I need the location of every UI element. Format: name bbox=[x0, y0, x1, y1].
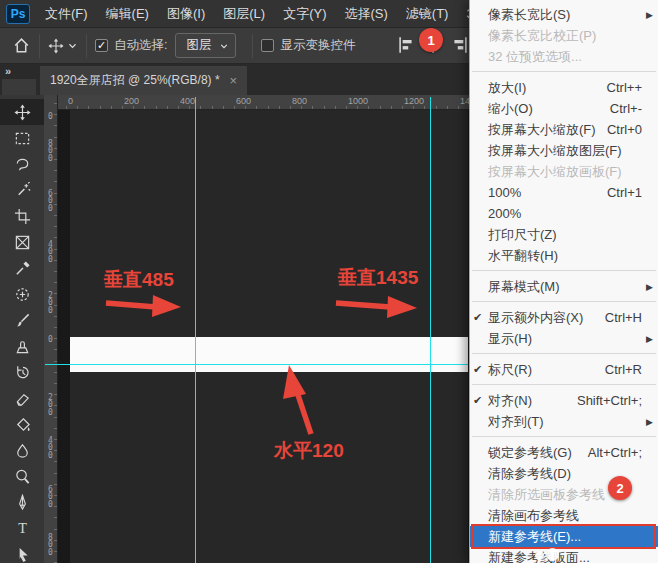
check-icon: ✔ bbox=[473, 307, 487, 328]
lasso-tool-icon bbox=[14, 156, 31, 173]
menubar-item-image[interactable]: 图像(I) bbox=[158, 0, 214, 28]
h-ruler-label: 1000 bbox=[348, 96, 368, 106]
horizontal-ruler[interactable]: 0200400600800100012001400 bbox=[58, 95, 470, 110]
h-ruler-label: 800 bbox=[292, 96, 307, 106]
pen-tool[interactable] bbox=[0, 489, 44, 515]
menu-item-shortcut: Ctrl++ bbox=[607, 77, 642, 98]
callout-badge-1: 1 bbox=[419, 28, 443, 52]
menu-item-zoom-out[interactable]: 缩小(O)Ctrl+- bbox=[470, 98, 658, 119]
menubar-item-type[interactable]: 文字(Y) bbox=[274, 0, 335, 28]
clone-stamp-tool[interactable] bbox=[0, 333, 44, 359]
chevron-down-icon[interactable] bbox=[67, 40, 78, 51]
toolbar-header bbox=[2, 79, 36, 95]
menu-separator bbox=[470, 432, 658, 442]
eraser-tool[interactable] bbox=[0, 385, 44, 411]
menubar-item-edit[interactable]: 编辑(E) bbox=[97, 0, 158, 28]
auto-select-target-dropdown[interactable]: 图层 bbox=[175, 33, 236, 58]
lasso-tool[interactable] bbox=[0, 151, 44, 177]
v-ruler-label: 4 0 0 bbox=[46, 241, 55, 264]
menu-item-zoom-in[interactable]: 放大(I)Ctrl++ bbox=[470, 77, 658, 98]
menubar-item-layer[interactable]: 图层(L) bbox=[214, 0, 274, 28]
document-tab[interactable]: 1920全屏店招 @ 25%(RGB/8) * × bbox=[40, 66, 247, 95]
auto-select-checkbox[interactable]: ✓ bbox=[95, 39, 108, 52]
blur-tool[interactable] bbox=[0, 437, 44, 463]
gradient-tool[interactable] bbox=[0, 411, 44, 437]
healing-brush-tool[interactable] bbox=[0, 281, 44, 307]
brush-tool[interactable] bbox=[0, 307, 44, 333]
history-brush-tool[interactable] bbox=[0, 359, 44, 385]
path-select-tool[interactable] bbox=[0, 541, 44, 563]
vertical-ruler[interactable]: 08 0 06 0 04 0 02 0 002 0 04 0 06 0 08 0… bbox=[44, 95, 58, 563]
move-tool-icon[interactable] bbox=[48, 38, 64, 54]
menu-separator bbox=[470, 380, 658, 390]
healing-brush-tool-icon bbox=[14, 286, 31, 303]
align-left-icon[interactable] bbox=[396, 35, 416, 55]
menu-item-fit-on-screen[interactable]: 按屏幕大小缩放(F)Ctrl+0 bbox=[470, 119, 658, 140]
close-icon[interactable]: × bbox=[230, 73, 238, 88]
menubar-item-file[interactable]: 文件(F) bbox=[36, 0, 97, 28]
menu-item-rulers[interactable]: 标尺(R)✔Ctrl+R bbox=[470, 359, 658, 380]
menu-item-shortcut: Ctrl+0 bbox=[607, 119, 642, 140]
menu-item-clear-canvas-guides[interactable]: 清除画布参考线 bbox=[470, 505, 658, 526]
pen-tool-icon bbox=[14, 494, 31, 511]
show-transform-label: 显示变换控件 bbox=[280, 37, 355, 54]
tools-panel: T bbox=[0, 95, 44, 563]
menu-item-print-size[interactable]: 打印尺寸(Z) bbox=[470, 224, 658, 245]
menu-item-label: 按屏幕大小缩放画板(F) bbox=[488, 164, 622, 179]
path-select-tool-icon bbox=[14, 546, 31, 563]
type-tool-icon: T bbox=[14, 520, 31, 537]
menu-item-label: 按屏幕大小缩放(F) bbox=[488, 122, 596, 137]
auto-select-label: 自动选择: bbox=[114, 37, 167, 54]
menu-item-label: 清除所选画板参考线 bbox=[488, 487, 605, 502]
menu-item-show[interactable]: 显示(H)▶ bbox=[470, 328, 658, 349]
menu-item-label: 显示额外内容(X) bbox=[488, 310, 583, 325]
annotation-vertical-1435: 垂直1435 bbox=[338, 265, 418, 291]
type-tool[interactable]: T bbox=[0, 515, 44, 541]
v-ruler-label: 2 0 0 bbox=[46, 292, 55, 315]
chevron-down-icon bbox=[219, 41, 229, 51]
v-ruler-label: 0 bbox=[46, 336, 55, 344]
marquee-tool-icon bbox=[14, 130, 31, 147]
magic-wand-tool[interactable] bbox=[0, 177, 44, 203]
eyedropper-tool[interactable] bbox=[0, 255, 44, 281]
menu-item-label: 打印尺寸(Z) bbox=[488, 227, 557, 242]
menu-item-zoom-200[interactable]: 200% bbox=[470, 203, 658, 224]
menu-item-new-guide-layout[interactable]: 新建参考线版面... bbox=[470, 547, 658, 563]
photoshop-logo-icon[interactable]: Ps bbox=[6, 4, 30, 24]
menu-item-show-extras[interactable]: 显示额外内容(X)✔Ctrl+H bbox=[470, 307, 658, 328]
frame-tool[interactable] bbox=[0, 229, 44, 255]
annotation-vertical-485: 垂直485 bbox=[104, 267, 174, 293]
menu-item-pixel-aspect-ratio[interactable]: 像素长宽比(S)▶ bbox=[470, 4, 658, 25]
separator bbox=[86, 34, 87, 58]
move-tool-icon bbox=[14, 104, 31, 121]
brush-tool-icon bbox=[14, 312, 31, 329]
dodge-tool[interactable] bbox=[0, 463, 44, 489]
menu-item-flip-horizontal[interactable]: 水平翻转(H) bbox=[470, 245, 658, 266]
check-icon: ✔ bbox=[473, 359, 487, 380]
panel-collapse-button[interactable]: » bbox=[5, 65, 12, 77]
menu-item-fit-layers-on-screen[interactable]: 按屏幕大小缩放图层(F) bbox=[470, 140, 658, 161]
home-icon[interactable] bbox=[12, 36, 31, 55]
move-tool[interactable] bbox=[0, 99, 44, 125]
menu-item-zoom-100[interactable]: 100%Ctrl+1 bbox=[470, 182, 658, 203]
menu-item-screen-mode[interactable]: 屏幕模式(M)▶ bbox=[470, 276, 658, 297]
separator bbox=[39, 34, 40, 58]
view-menu-dropdown: 像素长宽比(S)▶像素长宽比校正(P)32 位预览选项...放大(I)Ctrl+… bbox=[469, 0, 658, 563]
show-transform-checkbox[interactable] bbox=[261, 39, 274, 52]
magic-wand-tool-icon bbox=[14, 182, 31, 199]
menu-item-label: 清除画布参考线 bbox=[488, 508, 579, 523]
menu-item-label: 像素长宽比校正(P) bbox=[488, 28, 596, 43]
menu-item-new-guide[interactable]: 新建参考线(E)... bbox=[470, 526, 658, 547]
eraser-tool-icon bbox=[14, 390, 31, 407]
menu-item-snap[interactable]: 对齐(N)✔Shift+Ctrl+; bbox=[470, 390, 658, 411]
canvas-white-banner bbox=[70, 337, 468, 372]
marquee-tool[interactable] bbox=[0, 125, 44, 151]
align-right-icon[interactable] bbox=[450, 35, 470, 55]
menubar-item-select[interactable]: 选择(S) bbox=[335, 0, 396, 28]
watermark-dot bbox=[546, 548, 559, 561]
menu-item-label: 锁定参考线(G) bbox=[488, 445, 572, 460]
menu-item-lock-guides[interactable]: 锁定参考线(G)Alt+Ctrl+; bbox=[470, 442, 658, 463]
crop-tool[interactable] bbox=[0, 203, 44, 229]
menubar-item-filter[interactable]: 滤镜(T) bbox=[397, 0, 458, 28]
menu-item-snap-to[interactable]: 对齐到(T)▶ bbox=[470, 411, 658, 432]
